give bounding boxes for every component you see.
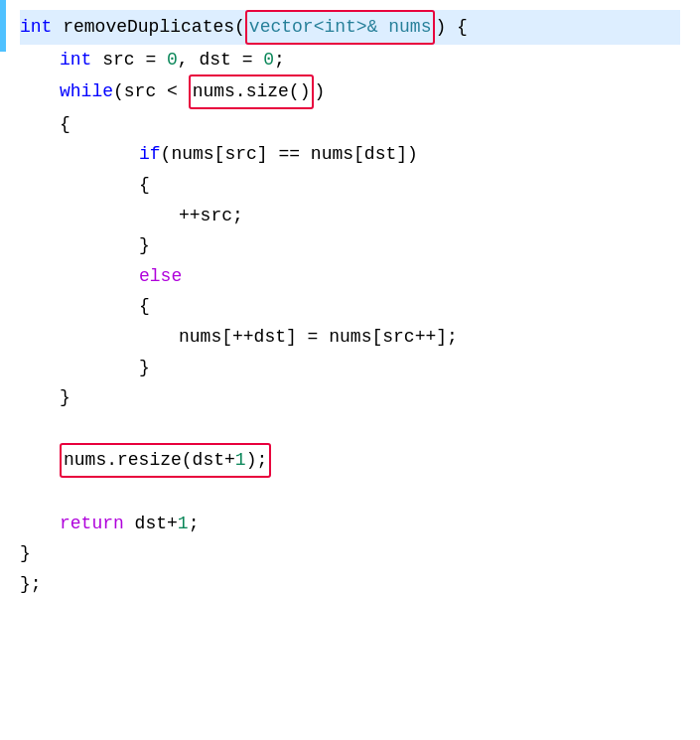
code-line-16: [20, 478, 680, 509]
keyword-else: else: [139, 261, 182, 292]
code-line-1: int removeDuplicates(vector<int>& nums) …: [20, 10, 680, 45]
comma-dst: , dst =: [178, 45, 263, 75]
brace-close-2: }: [139, 230, 150, 261]
param-highlight-box: vector<int>& nums: [245, 10, 436, 45]
code-line-13: }: [20, 382, 680, 413]
num-0-2: 0: [263, 45, 274, 75]
code-line-15: nums.resize(dst+1);: [20, 443, 680, 478]
resize-highlight-box: nums.resize(dst+1);: [60, 443, 271, 478]
brace-close-while: }: [60, 382, 70, 413]
class-close: };: [20, 569, 42, 600]
return-expr: dst+: [124, 509, 178, 539]
code-line-12: }: [20, 353, 680, 383]
brace-open-2: {: [139, 170, 150, 201]
keyword-while: while: [60, 76, 113, 107]
src-decl: src =: [91, 45, 167, 75]
assignment-stmt: nums[++dst] = nums[src++];: [179, 322, 458, 353]
code-editor: int removeDuplicates(vector<int>& nums) …: [0, 0, 700, 740]
brace-close-3: }: [139, 353, 150, 383]
keyword-if: if: [139, 139, 161, 170]
code-line-10: {: [20, 291, 680, 322]
code-line-2: int src = 0 , dst = 0 ;: [20, 45, 680, 75]
code-content: int removeDuplicates(vector<int>& nums) …: [0, 0, 700, 740]
code-line-18: }: [20, 538, 680, 569]
keyword-int: int: [20, 12, 52, 43]
fn-name: removeDuplicates(: [52, 12, 244, 43]
increment-src: ++src;: [179, 201, 243, 231]
resize-semi: );: [246, 450, 268, 470]
paren-close: ) {: [435, 12, 467, 43]
num-1: 1: [235, 450, 246, 470]
return-semi: ;: [189, 509, 200, 539]
nums-resize: nums.resize(dst+: [64, 450, 235, 470]
code-line-8: }: [20, 230, 680, 261]
code-line-3: while (src < nums.size()): [20, 74, 680, 109]
if-cond: (nums[src] == nums[dst]): [161, 139, 418, 170]
keyword-int-2: int: [60, 45, 91, 75]
code-line-6: {: [20, 170, 680, 201]
code-line-7: ++src;: [20, 201, 680, 231]
code-line-9: else: [20, 261, 680, 292]
size-highlight-box: nums.size(): [189, 74, 315, 109]
code-line-14: [20, 413, 680, 444]
num-0-1: 0: [167, 45, 178, 75]
keyword-return: return: [60, 509, 124, 539]
semi-1: ;: [274, 45, 285, 75]
while-close-paren: ): [314, 76, 325, 107]
code-line-5: if (nums[src] == nums[dst]): [20, 139, 680, 170]
num-1-return: 1: [178, 509, 189, 539]
brace-open-3: {: [139, 291, 150, 322]
code-line-4: {: [20, 109, 680, 140]
code-line-19: };: [20, 569, 680, 600]
brace-open-1: {: [60, 109, 70, 140]
while-paren: (src <: [113, 76, 189, 107]
code-line-11: nums[++dst] = nums[src++];: [20, 322, 680, 353]
nums-size: nums.size(): [193, 81, 311, 101]
code-line-17: return dst+ 1 ;: [20, 509, 680, 539]
param-type: vector<int>& nums: [249, 17, 432, 37]
brace-close-fn: }: [20, 538, 31, 569]
